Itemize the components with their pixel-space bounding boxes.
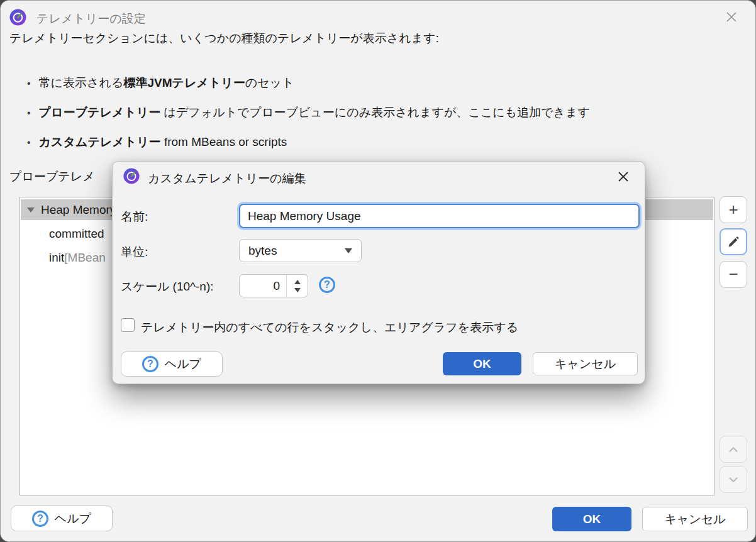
move-up-button[interactable] <box>720 436 747 463</box>
app-gauge-icon <box>9 9 26 26</box>
question-circle-icon: ? <box>142 356 158 372</box>
cancel-button[interactable]: キャンセル <box>642 507 748 531</box>
ok-button[interactable]: OK <box>552 507 631 531</box>
scale-field-label: スケール (10^-n): <box>121 279 214 295</box>
bullet-standard-jvm: • 常に表示される標準JVMテレメトリーのセット <box>27 75 294 91</box>
edit-telemetry-button[interactable] <box>720 228 747 255</box>
bullet-text: はデフォルトでプローブビューにのみ表示されますが、ここにも追加できます <box>160 106 590 119</box>
bullet-custom-telemetry: • カスタムテレメトリー from MBeans or scripts <box>27 134 287 150</box>
chevron-up-icon <box>726 443 740 456</box>
question-circle-icon: ? <box>32 511 48 527</box>
bullet-text: 常に表示される <box>39 76 124 89</box>
dialog-ok-button[interactable]: OK <box>443 352 521 375</box>
probe-telemetry-section-label: プローブテレメ <box>9 169 95 185</box>
bullet-text-bold: 標準JVMテレメトリー <box>123 76 245 89</box>
close-icon <box>724 9 739 25</box>
cancel-button-label: キャンセル <box>664 511 725 528</box>
spinner-down-icon[interactable] <box>294 288 301 292</box>
dialog-ok-button-label: OK <box>473 357 491 371</box>
bullet-text-bold: プローブテレメトリー <box>39 106 161 119</box>
app-gauge-icon <box>123 168 140 184</box>
tree-row-label: init <box>49 251 64 265</box>
bullet-text: のセット <box>245 76 294 89</box>
bullet-icon: • <box>27 78 31 89</box>
add-telemetry-button[interactable]: + <box>720 196 747 223</box>
tree-row-label-secondary: [MBean <box>64 251 105 265</box>
dialog-close-button[interactable] <box>615 169 631 185</box>
scale-help-icon[interactable]: ? <box>319 277 335 293</box>
ok-button-label: OK <box>583 512 601 526</box>
name-input[interactable] <box>239 204 640 228</box>
dialog-title: カスタムテレメトリーの編集 <box>148 170 306 187</box>
edit-custom-telemetry-dialog: カスタムテレメトリーの編集 名前: 単位: bytes スケール (10^-n)… <box>112 161 645 384</box>
scale-spinner-arrows[interactable] <box>286 275 308 297</box>
pencil-icon <box>726 235 740 249</box>
dialog-help-button[interactable]: ? ヘルプ <box>121 351 223 377</box>
unit-select[interactable]: bytes <box>239 239 362 262</box>
window-close-button[interactable] <box>723 9 740 25</box>
dialog-cancel-button[interactable]: キャンセル <box>533 352 638 375</box>
unit-select-value: bytes <box>248 244 277 258</box>
help-button-label: ヘルプ <box>55 511 91 527</box>
dropdown-caret-icon <box>345 248 352 253</box>
bullet-icon: • <box>27 108 31 119</box>
tree-row-init[interactable]: init [MBean <box>49 246 106 269</box>
bullet-text: from MBeans or scripts <box>161 135 287 148</box>
remove-telemetry-button[interactable]: − <box>720 261 747 288</box>
minus-icon: − <box>728 265 738 284</box>
dialog-help-button-label: ヘルプ <box>165 356 201 372</box>
help-button[interactable]: ? ヘルプ <box>11 506 113 531</box>
spinner-up-icon[interactable] <box>294 280 301 284</box>
stack-rows-checkbox-label[interactable]: テレメトリー内のすべての行をスタックし、エリアグラフを表示する <box>141 319 518 336</box>
scale-spinner[interactable]: 0 <box>239 274 308 297</box>
window-title: テレメトリーの設定 <box>36 11 146 27</box>
scale-spinner-value[interactable]: 0 <box>240 275 286 297</box>
tree-row-committed[interactable]: committed <box>49 223 104 245</box>
telemetry-settings-window: テレメトリーの設定 テレメトリーセクションには、いくつかの種類のテレメトリーが表… <box>0 0 756 542</box>
intro-text: テレメトリーセクションには、いくつかの種類のテレメトリーが表示されます: <box>9 30 439 47</box>
close-icon <box>616 169 631 184</box>
name-field-label: 名前: <box>121 209 148 225</box>
unit-field-label: 単位: <box>121 244 148 260</box>
bullet-text-bold: カスタムテレメトリー <box>39 135 161 148</box>
bullet-icon: • <box>27 137 31 148</box>
plus-icon: + <box>728 200 738 219</box>
chevron-down-icon <box>726 473 740 487</box>
tree-row-label: committed <box>49 227 104 241</box>
dialog-cancel-button-label: キャンセル <box>555 356 616 372</box>
bullet-probe-telemetry: • プローブテレメトリー はデフォルトでプローブビューにのみ表示されますが、ここ… <box>27 104 590 121</box>
move-down-button[interactable] <box>720 466 747 493</box>
expander-down-icon[interactable] <box>27 207 35 213</box>
stack-rows-checkbox[interactable] <box>121 318 135 332</box>
